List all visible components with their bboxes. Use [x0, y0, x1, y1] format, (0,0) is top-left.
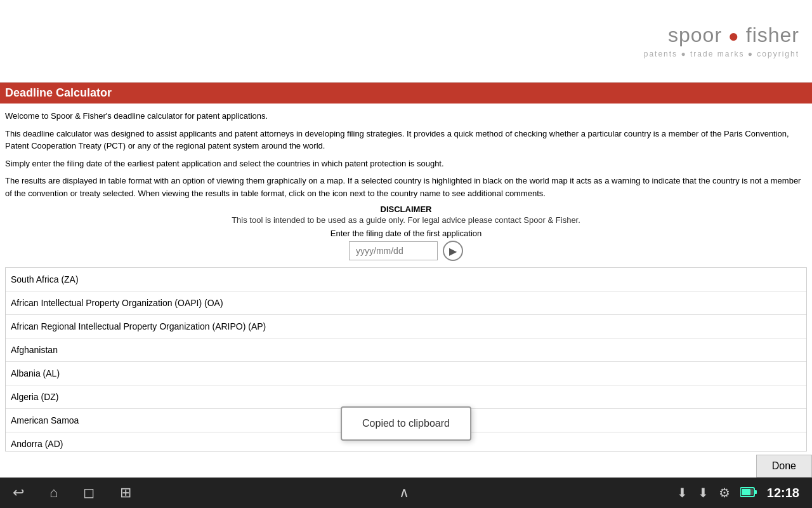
- logo-area: spoor ● fisher patents ● trade marks ● c…: [644, 23, 799, 58]
- logo-name: spoor: [668, 23, 722, 46]
- go-button[interactable]: ▶: [443, 241, 463, 261]
- date-label: Enter the filing date of the first appli…: [5, 229, 807, 238]
- page-wrapper: spoor ● fisher patents ● trade marks ● c…: [0, 0, 812, 508]
- list-item[interactable]: Algeria (DZ): [6, 385, 806, 409]
- banner-title: Deadline Calculator: [5, 86, 112, 99]
- download1-icon: ⬇: [677, 485, 688, 500]
- list-item[interactable]: African Intellectual Property Organizati…: [6, 291, 806, 315]
- intro-line4: The results are displayed in table forma…: [5, 175, 807, 199]
- nav-center: ∧: [399, 485, 409, 501]
- nav-bar: ↩ ⌂ ◻ ⊞ ∧ ⬇ ⬇ ⚙ 12:18: [0, 478, 812, 508]
- intro-line2: This deadline calculator was designed to…: [5, 128, 807, 152]
- logo-name2: fisher: [746, 23, 799, 46]
- header: spoor ● fisher patents ● trade marks ● c…: [0, 0, 812, 83]
- logo-subtitle: patents ● trade marks ● copyright: [644, 50, 799, 58]
- list-container: South Africa (ZA)African Intellectual Pr…: [5, 267, 807, 451]
- logo-title: spoor ● fisher: [644, 23, 799, 47]
- list-item[interactable]: South Africa (ZA): [6, 268, 806, 291]
- nav-left: ↩ ⌂ ◻ ⊞: [13, 485, 131, 501]
- content-area: Welcome to Spoor & Fisher's deadline cal…: [0, 104, 812, 457]
- svg-rect-1: [754, 490, 757, 494]
- list-item[interactable]: Albania (AL): [6, 362, 806, 385]
- date-row: ▶: [5, 241, 807, 261]
- list-item[interactable]: Afghanistan: [6, 338, 806, 362]
- disclaimer-text: This tool is intended to be used as a gu…: [5, 215, 807, 225]
- chevron-up-icon[interactable]: ∧: [399, 485, 409, 501]
- main-content: spoor ● fisher patents ● trade marks ● c…: [0, 0, 812, 478]
- battery-icon: [740, 486, 757, 500]
- apps-icon[interactable]: ◻: [83, 485, 95, 501]
- clipboard-toast-text: Copied to clipboard: [362, 418, 450, 429]
- disclaimer-section: DISCLAIMER This tool is intended to be u…: [5, 204, 807, 225]
- download2-icon: ⬇: [698, 485, 709, 500]
- page-banner: Deadline Calculator: [0, 83, 812, 104]
- svg-rect-2: [742, 489, 750, 495]
- clipboard-toast: Copied to clipboard: [341, 406, 471, 441]
- nav-right: ⬇ ⬇ ⚙ 12:18: [677, 485, 799, 500]
- intro-line1: Welcome to Spoor & Fisher's deadline cal…: [5, 110, 807, 123]
- done-button[interactable]: Done: [756, 455, 812, 478]
- time-display: 12:18: [767, 486, 799, 500]
- settings-icon[interactable]: ⚙: [719, 485, 730, 500]
- logo-dot: ●: [728, 26, 740, 46]
- recent-icon[interactable]: ⊞: [120, 485, 131, 501]
- list-item[interactable]: African Regional Intellectual Property O…: [6, 315, 806, 338]
- intro-line3: Simply enter the filing date of the earl…: [5, 157, 807, 170]
- svg-rect-3: [750, 489, 753, 495]
- back-icon[interactable]: ↩: [13, 485, 24, 501]
- date-input[interactable]: [349, 241, 438, 260]
- disclaimer-title: DISCLAIMER: [5, 204, 807, 214]
- home-icon[interactable]: ⌂: [49, 485, 58, 501]
